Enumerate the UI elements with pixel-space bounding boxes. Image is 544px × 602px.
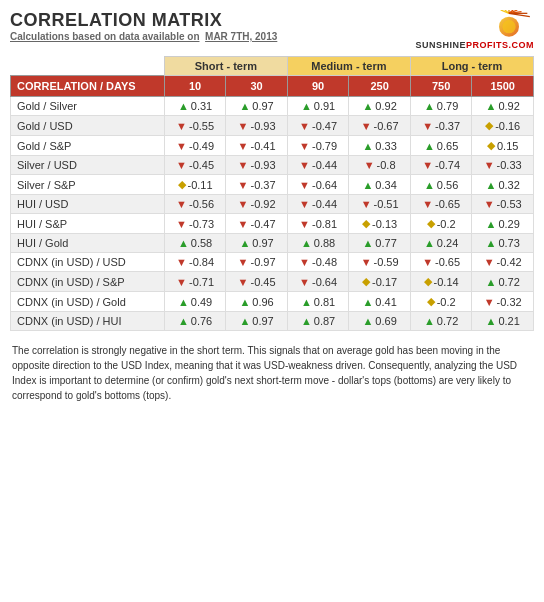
table-row: Silver / S&P◆-0.11▼-0.37▼-0.64▲0.34▲0.56… — [11, 175, 534, 195]
cell-value: -0.47 — [250, 218, 275, 230]
group-header-empty — [11, 57, 165, 76]
cell-value: 0.32 — [498, 179, 519, 191]
direction-icon: ▼ — [484, 296, 495, 308]
cell-value: 0.97 — [252, 237, 273, 249]
row-label: CDNX (in USD) / Gold — [11, 292, 165, 312]
direction-icon: ▲ — [301, 315, 312, 327]
direction-icon: ▲ — [362, 179, 373, 191]
cell: ▼-0.56 — [164, 195, 226, 214]
cell-value: -0.79 — [312, 140, 337, 152]
group-header-long: Long - term — [410, 57, 533, 76]
header: CORRELATION MATRIX Calculations based on… — [10, 10, 534, 50]
direction-icon: ◆ — [427, 295, 435, 308]
cell-value: -0.73 — [189, 218, 214, 230]
cell-value: -0.33 — [497, 159, 522, 171]
cell-value: -0.41 — [250, 140, 275, 152]
cell: ▼-0.45 — [164, 156, 226, 175]
cell-value: 0.31 — [191, 100, 212, 112]
direction-icon: ▲ — [178, 237, 189, 249]
direction-icon: ▼ — [238, 179, 249, 191]
direction-icon: ▲ — [486, 315, 497, 327]
cell: ◆0.15 — [472, 136, 534, 156]
logo: SUNSHINEPROFITS.COM — [415, 10, 534, 50]
cell-value: -0.53 — [497, 198, 522, 210]
subtitle: Calculations based on data available on … — [10, 31, 277, 42]
cell-value: 0.72 — [437, 315, 458, 327]
cell: ▲0.21 — [472, 312, 534, 331]
direction-icon: ▼ — [299, 276, 310, 288]
row-label: Silver / S&P — [11, 175, 165, 195]
cell-value: -0.74 — [435, 159, 460, 171]
cell: ▼-0.47 — [287, 116, 349, 136]
cell-value: -0.45 — [250, 276, 275, 288]
table-row: CDNX (in USD) / HUI▲0.76▲0.97▲0.87▲0.69▲… — [11, 312, 534, 331]
table-row: CDNX (in USD) / USD▼-0.84▼-0.97▼-0.48▼-0… — [11, 253, 534, 272]
col-header-1500: 1500 — [472, 76, 534, 97]
table-row: CDNX (in USD) / S&P▼-0.71▼-0.45▼-0.64◆-0… — [11, 272, 534, 292]
cell: ▲0.49 — [164, 292, 226, 312]
cell: ▼-0.73 — [164, 214, 226, 234]
cell-value: -0.97 — [250, 256, 275, 268]
cell-value: 0.87 — [314, 315, 335, 327]
direction-icon: ◆ — [362, 217, 370, 230]
cell: ▼-0.8 — [349, 156, 411, 175]
direction-icon: ◆ — [427, 217, 435, 230]
direction-icon: ▼ — [238, 120, 249, 132]
cell: ▼-0.93 — [226, 116, 288, 136]
cell: ▼-0.79 — [287, 136, 349, 156]
cell-value: -0.37 — [435, 120, 460, 132]
cell: ▼-0.37 — [410, 116, 472, 136]
cell: ▼-0.97 — [226, 253, 288, 272]
direction-icon: ▼ — [484, 159, 495, 171]
cell-value: -0.44 — [312, 159, 337, 171]
cell: ▼-0.55 — [164, 116, 226, 136]
direction-icon: ▼ — [176, 159, 187, 171]
cell: ▲0.87 — [287, 312, 349, 331]
cell: ▲0.88 — [287, 234, 349, 253]
direction-icon: ▼ — [361, 120, 372, 132]
cell: ▲0.91 — [287, 97, 349, 116]
cell: ▲0.72 — [410, 312, 472, 331]
cell-value: -0.71 — [189, 276, 214, 288]
cell-value: -0.14 — [434, 276, 459, 288]
direction-icon: ▼ — [238, 276, 249, 288]
direction-icon: ▼ — [422, 159, 433, 171]
cell-value: -0.16 — [495, 120, 520, 132]
table-row: Gold / Silver▲0.31▲0.97▲0.91▲0.92▲0.79▲0… — [11, 97, 534, 116]
cell: ▼-0.92 — [226, 195, 288, 214]
cell: ▲0.24 — [410, 234, 472, 253]
cell: ▲0.92 — [472, 97, 534, 116]
cell-value: -0.84 — [189, 256, 214, 268]
direction-icon: ▼ — [238, 256, 249, 268]
cell-value: 0.56 — [437, 179, 458, 191]
direction-icon: ▼ — [484, 256, 495, 268]
direction-icon: ▲ — [362, 237, 373, 249]
cell: ▲0.72 — [472, 272, 534, 292]
cell-value: -0.92 — [250, 198, 275, 210]
cell: ▲0.41 — [349, 292, 411, 312]
cell: ▲0.79 — [410, 97, 472, 116]
cell: ▼-0.48 — [287, 253, 349, 272]
table-row: Gold / USD▼-0.55▼-0.93▼-0.47▼-0.67▼-0.37… — [11, 116, 534, 136]
direction-icon: ▼ — [299, 120, 310, 132]
cell: ▲0.29 — [472, 214, 534, 234]
cell: ▼-0.41 — [226, 136, 288, 156]
correlation-table: Short - term Medium - term Long - term C… — [10, 56, 534, 331]
direction-icon: ◆ — [178, 178, 186, 191]
direction-icon: ▼ — [422, 120, 433, 132]
direction-icon: ▲ — [178, 296, 189, 308]
cell: ▼-0.37 — [226, 175, 288, 195]
title-block: CORRELATION MATRIX Calculations based on… — [10, 10, 277, 42]
direction-icon: ◆ — [485, 119, 493, 132]
cell: ▼-0.49 — [164, 136, 226, 156]
cell: ▼-0.44 — [287, 156, 349, 175]
direction-icon: ▲ — [178, 100, 189, 112]
cell-value: 0.65 — [437, 140, 458, 152]
cell-value: -0.47 — [312, 120, 337, 132]
svg-point-9 — [502, 20, 515, 33]
row-label: HUI / USD — [11, 195, 165, 214]
row-label: Silver / USD — [11, 156, 165, 175]
direction-icon: ▲ — [424, 179, 435, 191]
cell: ▼-0.81 — [287, 214, 349, 234]
cell: ▲0.76 — [164, 312, 226, 331]
